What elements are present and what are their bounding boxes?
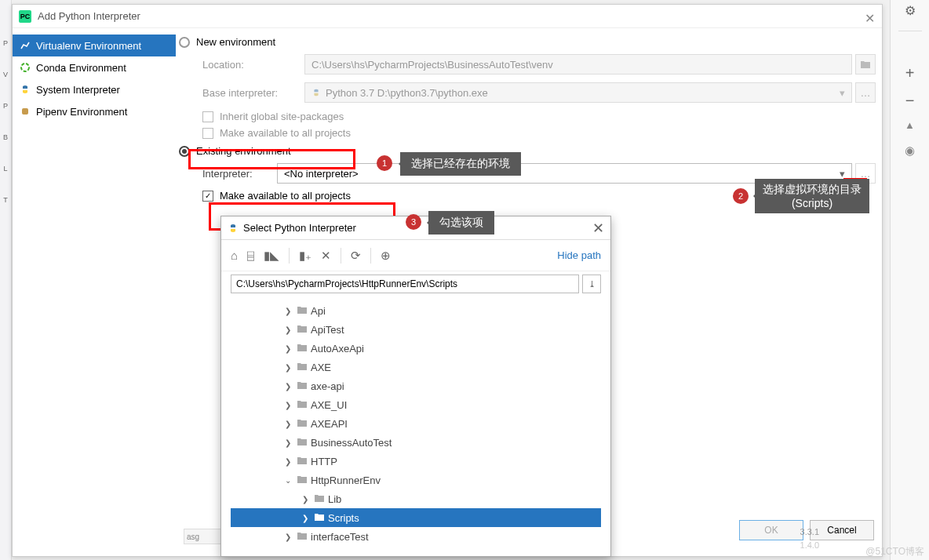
tree-item-axe_ui[interactable]: ❯AXE_UI [231,395,601,414]
chevron-right-icon: ❯ [282,438,293,447]
env-virtualenv[interactable]: Virtualenv Environment [13,35,176,56]
env-pipenv[interactable]: Pipenv Environment [13,100,176,122]
chevron-right-icon: ❯ [300,514,311,522]
hide-path-link[interactable]: Hide path [557,249,601,261]
folder-tree[interactable]: ❯Api❯ApiTest❯AutoAxeApi❯AXE❯axe-api❯AXE_… [221,296,610,550]
chevron-right-icon: ❯ [282,382,293,391]
tree-item-label: ApiTest [311,324,344,336]
tree-item-interfacetest[interactable]: ❯interfaceTest [231,527,601,546]
home-icon[interactable]: ⌂ [231,249,238,262]
tree-item-label: Api [311,305,326,317]
folder-icon [297,437,308,449]
desktop-icon[interactable]: ⌸ [247,249,254,262]
close-button[interactable]: ✕ [865,11,876,22]
folder-icon [297,456,308,467]
tree-item-label: BusinessAutoTest [311,437,392,449]
tree-item-label: Lib [328,493,341,505]
project-icon[interactable]: ▮◣ [264,249,279,263]
pipenv-icon [19,105,31,118]
show-hidden-icon[interactable]: ⊕ [381,249,391,263]
annotation-tooltip-1: 选择已经存在的环境 [400,152,521,176]
inner-close-button[interactable]: ✕ [592,220,604,237]
remove-icon[interactable]: − [905,92,915,110]
gear-icon[interactable]: ⚙ [905,3,916,18]
env-type-list: Virtualenv Environment Conda Environment… [13,28,176,556]
chevron-down-icon: ⌄ [282,476,293,485]
chevron-right-icon: ❯ [282,363,293,372]
env-conda[interactable]: Conda Environment [13,56,176,78]
chevron-right-icon: ❯ [282,533,293,541]
folder-icon [297,380,308,392]
folder-icon [297,343,308,355]
browse-location-button [855,54,876,75]
existing-env-radio-row[interactable]: Existing environment [179,145,876,157]
browse-base-button: … [855,82,876,103]
ide-left-gutter: PVPBLT [0,0,12,560]
location-input: C:\Users\hs\PycharmProjects\BusinessAuto… [304,54,852,75]
chevron-right-icon: ❯ [282,457,293,466]
svg-rect-1 [22,108,28,115]
tree-item-apitest[interactable]: ❯ApiTest [231,320,601,339]
tree-item-label: AXEAPI [311,418,348,430]
watermark-text: @51CTO博客 [865,545,924,558]
checkbox-icon [202,111,213,122]
svg-point-0 [21,64,29,71]
checkbox-icon [202,128,213,139]
inner-title-text: Select Python Interpreter [243,222,356,234]
chevron-right-icon: ❯ [282,325,293,334]
tree-item-axeapi[interactable]: ❯AXEAPI [231,414,601,433]
tree-item-label: AXE [311,362,331,373]
env-label: Pipenv Environment [36,106,127,118]
refresh-icon[interactable]: ⟳ [351,249,361,263]
delete-icon[interactable]: ✕ [321,249,331,263]
ok-button[interactable]: OK [739,520,803,540]
annotation-badge-3: 3 [406,214,421,230]
tree-item-label: AutoAxeApi [311,343,364,355]
selector-toolbar: ⌂ ⌸ ▮◣ ▮₊ ✕ ⟳ ⊕ Hide path [221,240,610,271]
chevron-right-icon: ❯ [282,420,293,428]
tree-item-http[interactable]: ❯HTTP [231,452,601,471]
dialog-titlebar: PC Add Python Interpreter ✕ [13,5,882,28]
dialog-title: Add Python Interpreter [38,10,140,22]
version-text: 3.3.1 [800,527,819,536]
chevron-right-icon: ❯ [282,401,293,409]
new-folder-icon[interactable]: ▮₊ [299,249,311,263]
tree-item-axe-api[interactable]: ❯axe-api [231,376,601,395]
add-icon[interactable]: + [905,64,915,82]
folder-icon [297,324,308,336]
chevron-right-icon: ❯ [300,495,311,504]
existing-env-label: Existing environment [196,145,291,157]
python-icon [19,83,31,96]
tree-item-businessautotest[interactable]: ❯BusinessAutoTest [231,433,601,452]
folder-icon [297,531,308,543]
pycharm-icon: PC [19,10,31,23]
path-history-button[interactable]: ⤓ [582,275,601,293]
location-label: Location: [202,59,304,71]
eye-icon[interactable]: ◉ [905,144,915,158]
virtualenv-icon [19,39,31,52]
tree-item-httprunnerenv[interactable]: ⌄HttpRunnerEnv [231,471,601,489]
checkbox-checked-icon: ✓ [202,191,213,202]
tree-item-api[interactable]: ❯Api [231,301,601,320]
tree-item-label: Scripts [328,512,359,524]
new-env-label: New environment [196,36,275,48]
folder-icon [314,493,325,505]
cancel-button[interactable]: Cancel [810,520,874,540]
path-input[interactable] [231,275,579,293]
tree-item-lib[interactable]: ❯Lib [231,489,601,508]
ide-right-gutter: ⚙ + − ▲ ◉ [890,0,929,560]
env-system[interactable]: System Interpreter [13,78,176,100]
tree-item-scripts[interactable]: ❯Scripts [231,508,601,527]
folder-icon [297,418,308,430]
inherit-checkbox-row: Inherit global site-packages [202,111,876,122]
folder-icon [297,362,308,373]
new-env-radio-row[interactable]: New environment [179,36,876,48]
up-arrow-icon[interactable]: ▲ [905,119,915,131]
tree-item-autoaxeapi[interactable]: ❯AutoAxeApi [231,339,601,358]
chevron-right-icon: ❯ [282,344,293,353]
folder-icon [297,399,308,411]
env-label: System Interpreter [36,84,120,96]
folder-icon [297,475,308,486]
make-available-checkbox-row: Make available to all projects [202,127,876,139]
tree-item-axe[interactable]: ❯AXE [231,358,601,376]
